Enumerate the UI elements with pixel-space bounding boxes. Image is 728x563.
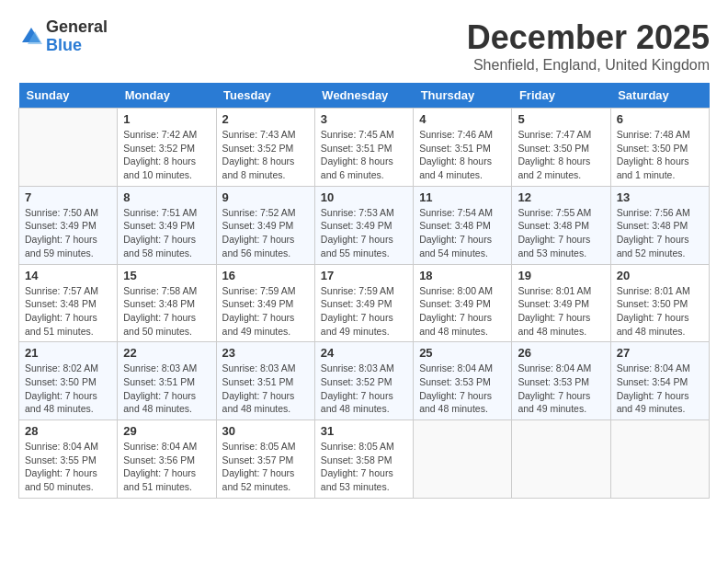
daylight-text: Daylight: 7 hours and 50 minutes. [25,466,111,493]
date-number: 28 [25,424,111,438]
cell-info: Sunrise: 8:05 AM Sunset: 3:58 PM Dayligh… [321,440,407,494]
calendar-cell [610,420,709,499]
daylight-text: Daylight: 8 hours and 8 minutes. [222,155,309,181]
calendar-cell: 7 Sunrise: 7:50 AM Sunset: 3:49 PM Dayli… [19,186,118,264]
sunrise-text: Sunrise: 7:46 AM [419,128,506,142]
calendar-cell: 13 Sunrise: 7:56 AM Sunset: 3:48 PM Dayl… [610,186,709,264]
date-number: 14 [25,269,111,282]
header-friday: Friday [512,83,610,109]
cell-info: Sunrise: 8:01 AM Sunset: 3:49 PM Dayligh… [518,284,604,339]
cell-info: Sunrise: 8:05 AM Sunset: 3:57 PM Dayligh… [222,440,309,494]
calendar-cell: 27 Sunrise: 8:04 AM Sunset: 3:54 PM Dayl… [610,342,709,420]
daylight-text: Daylight: 7 hours and 56 minutes. [222,233,309,259]
sunset-text: Sunset: 3:49 PM [419,297,506,311]
sunrise-text: Sunrise: 8:03 AM [123,362,210,375]
cell-info: Sunrise: 7:43 AM Sunset: 3:52 PM Dayligh… [222,128,309,182]
daylight-text: Daylight: 8 hours and 2 minutes. [518,155,604,181]
week-row-2: 7 Sunrise: 7:50 AM Sunset: 3:49 PM Dayli… [19,186,710,264]
calendar-cell: 21 Sunrise: 8:02 AM Sunset: 3:50 PM Dayl… [19,342,118,420]
cell-info: Sunrise: 8:01 AM Sunset: 3:50 PM Dayligh… [617,284,703,339]
sunset-text: Sunset: 3:51 PM [419,142,506,155]
cell-info: Sunrise: 7:57 AM Sunset: 3:48 PM Dayligh… [25,284,111,339]
calendar-cell: 17 Sunrise: 7:59 AM Sunset: 3:49 PM Dayl… [314,264,413,342]
week-row-5: 28 Sunrise: 8:04 AM Sunset: 3:55 PM Dayl… [19,420,710,499]
cell-info: Sunrise: 7:52 AM Sunset: 3:49 PM Dayligh… [222,206,309,260]
sunrise-text: Sunrise: 8:03 AM [222,362,309,375]
sunset-text: Sunset: 3:49 PM [321,297,407,311]
daylight-text: Daylight: 7 hours and 55 minutes. [321,233,407,259]
sunrise-text: Sunrise: 7:45 AM [321,128,407,142]
sunrise-text: Sunrise: 8:04 AM [617,362,703,375]
title-block: December 2025 Shenfield, England, United… [467,18,710,74]
sunrise-text: Sunrise: 7:57 AM [25,284,111,298]
cell-info: Sunrise: 7:46 AM Sunset: 3:51 PM Dayligh… [419,128,506,182]
date-number: 16 [222,269,309,282]
sunrise-text: Sunrise: 7:53 AM [321,206,407,220]
date-number: 3 [321,112,407,126]
cell-info: Sunrise: 8:02 AM Sunset: 3:50 PM Dayligh… [25,362,111,416]
daylight-text: Daylight: 7 hours and 49 minutes. [321,311,407,338]
sunrise-text: Sunrise: 8:01 AM [518,284,604,298]
daylight-text: Daylight: 7 hours and 48 minutes. [518,311,604,338]
calendar-cell: 25 Sunrise: 8:04 AM Sunset: 3:53 PM Dayl… [414,342,512,420]
date-number: 21 [25,346,111,360]
sunrise-text: Sunrise: 7:43 AM [222,128,309,142]
date-number: 7 [25,190,111,204]
cell-info: Sunrise: 8:04 AM Sunset: 3:56 PM Dayligh… [123,440,210,494]
daylight-text: Daylight: 7 hours and 49 minutes. [617,389,703,416]
date-number: 26 [518,346,604,360]
calendar-cell: 24 Sunrise: 8:03 AM Sunset: 3:52 PM Dayl… [314,342,413,420]
week-row-1: 1 Sunrise: 7:42 AM Sunset: 3:52 PM Dayli… [19,109,710,187]
daylight-text: Daylight: 7 hours and 48 minutes. [321,389,407,416]
logo-general: General [46,18,108,37]
calendar-cell: 30 Sunrise: 8:05 AM Sunset: 3:57 PM Dayl… [216,420,314,499]
header-thursday: Thursday [414,83,512,109]
daylight-text: Daylight: 8 hours and 10 minutes. [123,155,210,181]
sunrise-text: Sunrise: 7:59 AM [321,284,407,298]
sunset-text: Sunset: 3:49 PM [222,297,309,311]
sunrise-text: Sunrise: 7:59 AM [222,284,309,298]
sunrise-text: Sunrise: 7:47 AM [518,128,604,142]
calendar-cell: 5 Sunrise: 7:47 AM Sunset: 3:50 PM Dayli… [512,109,610,187]
page-header: General Blue December 2025 Shenfield, En… [18,18,710,74]
date-number: 2 [222,112,309,126]
calendar-subtitle: Shenfield, England, United Kingdom [467,57,710,74]
daylight-text: Daylight: 7 hours and 49 minutes. [222,311,309,338]
sunset-text: Sunset: 3:48 PM [123,297,210,311]
calendar-cell: 4 Sunrise: 7:46 AM Sunset: 3:51 PM Dayli… [414,109,512,187]
date-number: 17 [321,269,407,282]
sunset-text: Sunset: 3:56 PM [123,454,210,467]
calendar-cell: 9 Sunrise: 7:52 AM Sunset: 3:49 PM Dayli… [216,186,314,264]
date-number: 8 [123,190,210,204]
sunset-text: Sunset: 3:55 PM [25,454,111,467]
cell-info: Sunrise: 8:00 AM Sunset: 3:49 PM Dayligh… [419,284,506,339]
cell-info: Sunrise: 7:55 AM Sunset: 3:48 PM Dayligh… [518,206,604,260]
daylight-text: Daylight: 7 hours and 54 minutes. [419,233,506,259]
calendar-cell: 29 Sunrise: 8:04 AM Sunset: 3:56 PM Dayl… [118,420,216,499]
daylight-text: Daylight: 7 hours and 58 minutes. [123,233,210,259]
date-number: 1 [123,112,210,126]
sunrise-text: Sunrise: 7:58 AM [123,284,210,298]
sunset-text: Sunset: 3:52 PM [123,142,210,155]
sunrise-text: Sunrise: 8:04 AM [25,440,111,454]
calendar-cell: 28 Sunrise: 8:04 AM Sunset: 3:55 PM Dayl… [19,420,118,499]
sunrise-text: Sunrise: 8:05 AM [222,440,309,454]
date-number: 19 [518,269,604,282]
calendar-cell: 6 Sunrise: 7:48 AM Sunset: 3:50 PM Dayli… [610,109,709,187]
sunrise-text: Sunrise: 7:48 AM [617,128,703,142]
calendar-cell: 2 Sunrise: 7:43 AM Sunset: 3:52 PM Dayli… [216,109,314,187]
date-number: 22 [123,346,210,360]
daylight-text: Daylight: 7 hours and 48 minutes. [419,311,506,338]
header-sunday: Sunday [19,83,118,109]
date-number: 24 [321,346,407,360]
cell-info: Sunrise: 7:50 AM Sunset: 3:49 PM Dayligh… [25,206,111,260]
daylight-text: Daylight: 7 hours and 49 minutes. [518,389,604,416]
date-number: 25 [419,346,506,360]
sunrise-text: Sunrise: 8:00 AM [419,284,506,298]
date-number: 6 [617,112,703,126]
date-number: 5 [518,112,604,126]
cell-info: Sunrise: 8:03 AM Sunset: 3:51 PM Dayligh… [222,362,309,416]
calendar-cell: 16 Sunrise: 7:59 AM Sunset: 3:49 PM Dayl… [216,264,314,342]
daylight-text: Daylight: 7 hours and 53 minutes. [321,466,407,493]
sunrise-text: Sunrise: 7:52 AM [222,206,309,220]
